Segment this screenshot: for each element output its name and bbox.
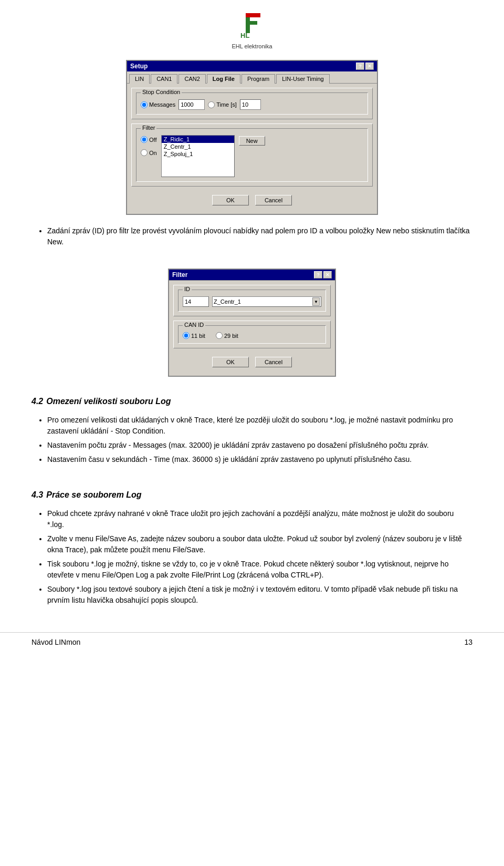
stop-condition-legend: Stop Condition [141, 89, 182, 95]
filter-buttons: New [239, 135, 265, 146]
tab-lin[interactable]: LIN [129, 74, 150, 84]
tab-can1[interactable]: CAN1 [151, 74, 177, 84]
id-dropdown[interactable]: Z_Centr_1 ▼ [212, 296, 321, 307]
section-4-2-bullets: Pro omezení velikosti dat ukládaných v o… [32, 415, 472, 465]
time-radio-label[interactable]: Time [s] [208, 101, 237, 108]
setup-close-button[interactable]: ✕ [365, 63, 374, 70]
svg-rect-1 [246, 13, 260, 17]
section-4-3-bullet-0: Pokud chcete zprávy nahrané v okně Trace… [47, 508, 472, 530]
section-4-3-bullet-3-text: Soubory *.log jsou textové soubory a jej… [47, 585, 458, 604]
filter-close-button[interactable]: ✕ [323, 271, 332, 279]
id-input[interactable] [183, 296, 209, 307]
section-4-3-heading: 4.3 Práce se souborem Log [32, 481, 472, 504]
section-4-3: 4.3 Práce se souborem Log Pokud chcete z… [0, 481, 504, 622]
section-4-2: 4.2 Omezení velikosti souboru Log Pro om… [0, 387, 504, 481]
can-id-row: 11 bit 29 bit [183, 329, 321, 339]
section-4-2-bullet-0: Pro omezení velikosti dat ukládaných v o… [47, 415, 472, 437]
section-4-3-bullet-2-text: Tisk souboru *.log je možný, tiskne se v… [47, 560, 448, 579]
setup-dialog: Setup ? ✕ LIN CAN1 CAN2 Log File Program… [126, 60, 378, 215]
can-id-fieldset: CAN ID 11 bit 29 bit [173, 321, 331, 348]
section-4-3-bullet-1-text: Zvolte v menu File/Save As, zadejte náze… [47, 534, 462, 554]
paragraph1-text: Zadání zpráv (ID) pro filtr lze provést … [47, 226, 470, 246]
filter-titlebar: Filter ? ✕ [169, 270, 335, 280]
off-radio-label[interactable]: Off [141, 136, 157, 143]
section-4-2-bullet-0-text: Pro omezení velikosti dat ukládaných v o… [47, 416, 453, 435]
section-4-2-heading: 4.2 Omezení velikosti souboru Log [32, 387, 472, 410]
messages-input[interactable] [178, 99, 205, 110]
tab-program[interactable]: Program [242, 74, 275, 84]
setup-titlebar-buttons: ? ✕ [356, 63, 374, 70]
id-dropdown-value: Z_Centr_1 [214, 298, 312, 305]
tab-lin-user-timing[interactable]: LIN-User Timing [276, 74, 329, 84]
filter-legend: Filter [141, 125, 156, 131]
bit29-radio-label[interactable]: 29 bit [216, 332, 238, 339]
filter-dialog-body: ID Z_Centr_1 ▼ CAN ID [169, 280, 335, 376]
filter-off-radio[interactable] [141, 136, 148, 143]
ehl-logo-icon: HL [231, 11, 273, 42]
section-4-3-bullet-1: Zvolte v menu File/Save As, zadejte náze… [47, 533, 472, 555]
filter-list-item-1[interactable]: Z_Centr_1 [162, 143, 234, 150]
setup-title: Setup [130, 63, 148, 70]
id-fieldset: ID Z_Centr_1 ▼ [173, 285, 331, 316]
messages-radio-label[interactable]: Messages [141, 101, 175, 108]
filter-list-item-0[interactable]: Z_Ridic_1 [162, 136, 234, 143]
logo-brand-text: EHL elektronika [232, 43, 272, 49]
paragraph1-list: Zadání zpráv (ID) pro filtr lze provést … [32, 225, 472, 248]
svg-text:HL: HL [240, 32, 249, 39]
section-4-3-title: Práce se souborem Log [46, 490, 141, 500]
bit11-radio[interactable] [183, 332, 190, 339]
filter-dialog: Filter ? ✕ ID Z_Centr_1 ▼ [168, 269, 336, 377]
setup-ok-button[interactable]: OK [212, 195, 249, 205]
bit29-label: 29 bit [224, 333, 238, 339]
section-4-2-bullet-2-text: Nastavením času v sekundách - Time (max.… [47, 455, 412, 463]
paragraph1-item: Zadání zpráv (ID) pro filtr lze provést … [47, 225, 472, 248]
filter-dialog-buttons: OK Cancel [173, 353, 331, 372]
can-id-inner: CAN ID 11 bit 29 bit [178, 325, 326, 344]
section-4-2-bullet-2: Nastavením času v sekundách - Time (max.… [47, 454, 472, 465]
id-row: Z_Centr_1 ▼ [183, 293, 321, 307]
filter-inner: Filter Off On [136, 128, 368, 182]
tab-can2[interactable]: CAN2 [178, 74, 205, 84]
filter-fieldset: Filter Off On [131, 123, 373, 187]
id-legend: ID [183, 286, 192, 292]
filter-on-radio[interactable] [141, 149, 148, 156]
new-button[interactable]: New [239, 136, 265, 146]
filter-title: Filter [172, 271, 187, 279]
bit11-radio-label[interactable]: 11 bit [183, 332, 205, 339]
setup-dialog-body: Stop Condition Messages Time [s] [127, 83, 377, 214]
tab-logfile[interactable]: Log File [207, 74, 240, 84]
logo-area: HL EHL elektronika [0, 0, 504, 55]
off-label: Off [149, 137, 156, 143]
section-4-2-bullet-1-text: Nastavením počtu zpráv - Messages (max. … [47, 441, 429, 449]
setup-cancel-button[interactable]: Cancel [255, 195, 292, 205]
time-radio[interactable] [208, 101, 215, 108]
id-dropdown-arrow-icon[interactable]: ▼ [312, 297, 320, 306]
filter-ok-button[interactable]: OK [212, 357, 249, 367]
filter-list[interactable]: Z_Ridic_1 Z_Centr_1 Z_Spoluj_1 [161, 135, 235, 177]
setup-titlebar: Setup ? ✕ [127, 61, 377, 71]
page-footer: Návod LINmon 13 [0, 632, 504, 652]
stop-condition-inner: Stop Condition Messages Time [s] [136, 92, 368, 115]
filter-cancel-button[interactable]: Cancel [255, 357, 292, 367]
stop-condition-row: Messages Time [s] [141, 96, 363, 110]
filter-list-item-2[interactable]: Z_Spoluj_1 [162, 150, 234, 158]
messages-label: Messages [149, 101, 175, 108]
messages-radio[interactable] [141, 101, 148, 108]
setup-tabs: LIN CAN1 CAN2 Log File Program LIN-User … [127, 71, 377, 83]
svg-rect-2 [246, 21, 257, 25]
footer-left: Návod LINmon [32, 638, 80, 646]
setup-help-button[interactable]: ? [356, 63, 364, 70]
setup-dialog-container: Setup ? ✕ LIN CAN1 CAN2 Log File Program… [0, 60, 504, 215]
time-input[interactable] [240, 99, 261, 110]
section-4-2-bullet-1: Nastavením počtu zpráv - Messages (max. … [47, 440, 472, 451]
on-radio-label[interactable]: On [141, 149, 157, 156]
filter-row: Off On Z_Ridic_1 Z_Centr_1 Z_Spoluj_1 [141, 132, 363, 177]
section-4-2-number: 4.2 [32, 397, 43, 406]
time-label: Time [s] [216, 101, 237, 108]
filter-titlebar-buttons: ? ✕ [314, 271, 332, 279]
bit29-radio[interactable] [216, 332, 223, 339]
bit11-label: 11 bit [191, 333, 205, 339]
filter-help-button[interactable]: ? [314, 271, 322, 279]
section-4-2-title: Omezení velikosti souboru Log [46, 397, 171, 406]
filter-radios: Off On [141, 135, 157, 156]
